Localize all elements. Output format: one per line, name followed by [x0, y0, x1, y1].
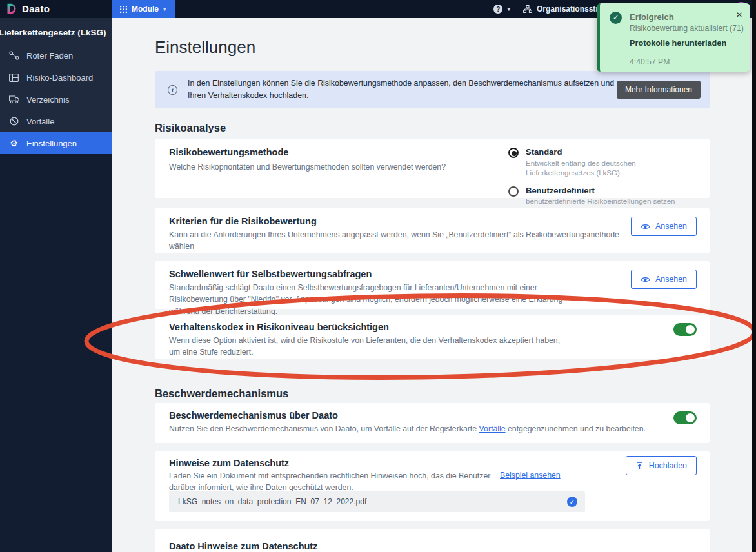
- sidebar-item-label: Risiko-Dashboard: [26, 73, 93, 83]
- sidebar-item-roter-faden[interactable]: Roter Faden: [0, 44, 112, 66]
- ansehen-label: Ansehen: [655, 275, 687, 284]
- incident-icon: [8, 117, 19, 126]
- sidebar-item-einstellungen[interactable]: ⚙ Einstellungen: [0, 132, 112, 154]
- sidebar-item-label: Verzeichnis: [26, 95, 69, 104]
- chevron-down-icon: ▾: [163, 6, 166, 12]
- toast-title: Erfolgreich: [630, 12, 674, 22]
- card-title: Hinweise zum Datenschutz: [169, 458, 289, 468]
- eye-icon: [641, 223, 650, 230]
- card-daato-hinweise-datenschutz: Daato Hinweise zum Datenschutz: [155, 529, 710, 552]
- sidebar-item-label: Roter Faden: [26, 51, 73, 61]
- file-name: LkSG_notes_on_data_protection_EN_07_12_2…: [178, 497, 366, 506]
- toast-timestamp: 4:40:57 PM: [630, 57, 670, 66]
- risk-method-options: Standard Entwickelt entlang des deutsche…: [508, 147, 702, 207]
- section-heading-beschwerdemechanismus: Beschwerdemechanismus: [155, 388, 288, 400]
- card-title: Daato Hinweise zum Datenschutz: [169, 541, 317, 551]
- card-description: Kann an die Anforderungen Ihres Unterneh…: [169, 229, 621, 253]
- success-check-icon: ✓: [610, 12, 622, 24]
- card-description: Laden Sie ein Dokument mit entsprechende…: [169, 470, 495, 494]
- ansehen-label: Ansehen: [655, 222, 687, 231]
- uploaded-file-row[interactable]: LkSG_notes_on_data_protection_EN_07_12_2…: [169, 491, 585, 512]
- description-before: Nutzen Sie den Beschwerdemechanismus von…: [169, 424, 479, 433]
- sidebar-section-title: Lieferkettengesetz (LkSG): [0, 18, 112, 44]
- grid-icon: [120, 6, 127, 13]
- org-structure-icon: [523, 5, 532, 13]
- verhaltenskodex-toggle-on[interactable]: [673, 323, 697, 336]
- main-content: Einstellungen i In den Einstellungen kön…: [112, 18, 752, 552]
- more-information-button[interactable]: Mehr Informationen: [617, 81, 701, 99]
- sidebar-item-risiko-dashboard[interactable]: Risiko-Dashboard: [0, 66, 112, 88]
- help-icon: ?: [493, 5, 502, 14]
- truck-icon: [8, 95, 19, 104]
- sidebar-item-label: Vorfälle: [26, 117, 54, 126]
- scrollbar-track[interactable]: [752, 0, 756, 552]
- radio-label: Standard: [526, 147, 702, 157]
- sidebar-item-vorfaelle[interactable]: Vorfälle: [0, 110, 112, 132]
- success-toast: ✓ Erfolgreich Risikobewertung aktualisie…: [597, 3, 750, 72]
- ansehen-button[interactable]: Ansehen: [631, 217, 697, 236]
- card-risikobewertungsmethode: Risikobewertungsmethode Welche Risikopri…: [155, 139, 710, 198]
- upload-icon: [635, 462, 644, 470]
- sidebar-menu: Lieferkettengesetz (LkSG) Roter Faden Ri…: [0, 18, 112, 154]
- card-title: Kriterien für die Risikobewertung: [169, 216, 317, 226]
- ansehen-button[interactable]: Ansehen: [631, 270, 697, 289]
- card-description: Standardmäßig schlägt Daato einen Selbst…: [169, 282, 592, 317]
- protokolle-herunterladen-link[interactable]: Protokolle herunterladen: [630, 39, 726, 48]
- radio-option-standard[interactable]: Standard Entwickelt entlang des deutsche…: [508, 147, 702, 179]
- module-menu-button[interactable]: Module ▾: [112, 0, 175, 18]
- radio-option-benutzerdefiniert[interactable]: Benutzerdefiniert benutzerdefinierte Ris…: [508, 186, 702, 207]
- thread-icon: [8, 51, 19, 60]
- toast-message: Risikobewertung aktualisiert (71): [630, 24, 744, 33]
- brand-name: Daato: [22, 3, 50, 14]
- help-menu[interactable]: ? ▾: [493, 5, 510, 14]
- info-banner-text: In den Einstellungen können Sie die Risi…: [188, 77, 617, 101]
- chevron-down-icon: ▾: [507, 6, 510, 12]
- gear-icon: ⚙: [8, 139, 19, 148]
- radio-unselected-icon[interactable]: [508, 186, 519, 197]
- vorfaelle-link[interactable]: Vorfälle: [479, 424, 506, 433]
- radio-selected-icon[interactable]: [508, 148, 519, 158]
- card-title: Risikobewertungsmethode: [169, 147, 288, 157]
- daato-logo: Daato: [6, 3, 50, 14]
- check-circle-icon: ✓: [567, 497, 577, 507]
- card-description: Nutzen Sie den Beschwerdemechanismus von…: [169, 423, 646, 435]
- eye-icon: [641, 276, 650, 283]
- description-after: entgegenzunehmen und zu bearbeiten.: [506, 424, 646, 433]
- card-verhaltenskodex: Verhaltenskodex in Risikoniveau berücksi…: [155, 315, 710, 359]
- card-title: Beschwerdemechanismus über Daato: [169, 410, 338, 420]
- dashboard-icon: [8, 74, 19, 82]
- close-icon[interactable]: ✕: [736, 10, 742, 19]
- card-schwellenwert: Schwellenwert für Selbstbewertungsabfrag…: [155, 261, 710, 309]
- sidebar-item-label: Einstellungen: [26, 139, 77, 148]
- info-icon: i: [168, 85, 177, 95]
- card-kriterien: Kriterien für die Risikobewertung Kann a…: [155, 208, 710, 253]
- card-title: Schwellenwert für Selbstbewertungsabfrag…: [169, 269, 372, 279]
- info-banner: i In den Einstellungen können Sie die Ri…: [155, 71, 710, 108]
- card-title: Verhaltenskodex in Risikoniveau berücksi…: [169, 322, 389, 332]
- radio-texts: Standard Entwickelt entlang des deutsche…: [526, 147, 702, 179]
- hochladen-label: Hochladen: [649, 461, 687, 470]
- beschwerdemechanismus-toggle-on[interactable]: [673, 411, 697, 424]
- radio-description: benutzerdefinierte Risikoeinstellungen s…: [526, 197, 675, 207]
- card-description: Welche Risikoprioritäten und Bewertungsm…: [169, 161, 479, 173]
- card-beschwerdemechanismus-daato: Beschwerdemechanismus über Daato Nutzen …: [155, 403, 710, 443]
- section-heading-risikoanalyse: Risikoanalyse: [155, 122, 226, 134]
- module-label: Module: [132, 5, 159, 14]
- daato-logo-icon: [6, 3, 17, 14]
- hochladen-button[interactable]: Hochladen: [626, 456, 697, 475]
- radio-texts: Benutzerdefiniert benutzerdefinierte Ris…: [526, 186, 675, 207]
- radio-description: Entwickelt entlang des deutschen Lieferk…: [526, 159, 702, 179]
- beispiel-ansehen-link[interactable]: Beispiel ansehen: [500, 471, 561, 480]
- card-hinweise-datenschutz: Hinweise zum Datenschutz Laden Sie ein D…: [155, 451, 710, 521]
- card-description: Wenn diese Option aktiviert ist, wird di…: [169, 335, 572, 359]
- page-title: Einstellungen: [155, 37, 255, 57]
- sidebar: Lieferkettengesetz (LkSG) Roter Faden Ri…: [0, 18, 112, 552]
- radio-label: Benutzerdefiniert: [526, 186, 675, 196]
- sidebar-item-verzeichnis[interactable]: Verzeichnis: [0, 88, 112, 110]
